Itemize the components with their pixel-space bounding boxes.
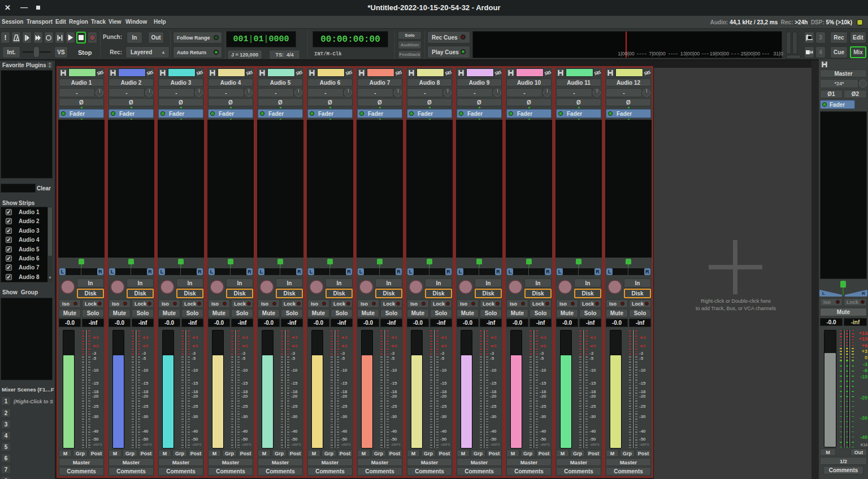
svg-text:R: R (862, 291, 865, 296)
svg-text:L: L (822, 291, 825, 296)
